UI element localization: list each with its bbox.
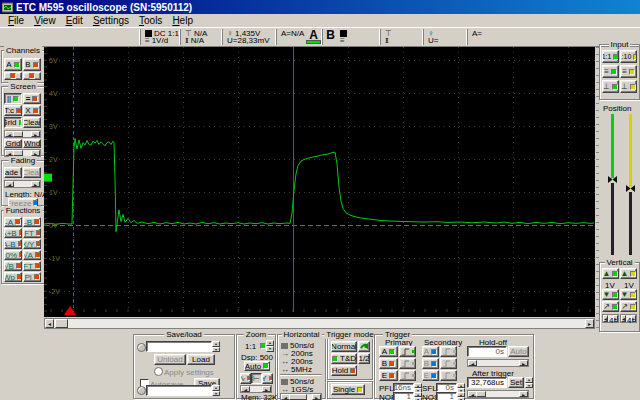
holdoff-field[interactable]: 0s xyxy=(467,346,507,357)
input-a-coupling-button[interactable]: ≡ xyxy=(602,65,619,78)
input-a-1to1-button[interactable]: 1:1 xyxy=(602,50,619,63)
trigger-run-button[interactable] xyxy=(358,341,370,352)
screen-tc-button[interactable]: T:c xyxy=(4,105,22,116)
screen-x-button[interactable]: X xyxy=(23,105,41,116)
nop-spinner[interactable]: ▴▾ xyxy=(414,392,422,400)
menu-file[interactable]: File xyxy=(3,15,29,26)
function-sqrt-a-button[interactable]: √A xyxy=(23,250,41,260)
sfl-field[interactable]: 0s xyxy=(436,383,457,392)
vertical-a-down-button[interactable]: ▼ xyxy=(602,289,619,300)
sfl-spinner[interactable]: ▴▾ xyxy=(457,383,465,392)
input-b-ground-button[interactable]: ⊥ xyxy=(620,80,637,93)
trigger-primary-e-button[interactable]: E xyxy=(379,370,398,381)
vertical-a-autofit-button[interactable]: ↗ xyxy=(602,301,619,312)
function-wp-button[interactable]: Wp xyxy=(4,272,22,282)
trigger-primary-e-edge-button[interactable] xyxy=(399,370,416,381)
vertical-a-up-button[interactable]: ▲ xyxy=(602,268,619,279)
apply-settings-label[interactable]: Apply settings xyxy=(164,368,214,377)
zoom-wave-left-button[interactable]: ∿ xyxy=(240,373,251,384)
zoom-scrollbar[interactable]: ◂▸ xyxy=(240,385,272,393)
data-file-input[interactable] xyxy=(146,385,212,396)
screen-grid-scrollbar[interactable]: ◂▸ xyxy=(4,130,41,138)
fade-button[interactable]: Fade xyxy=(4,167,22,178)
trigger-secondary-e-button[interactable]: E xyxy=(422,370,439,381)
horizontal-scrollbar[interactable]: ◂▸ xyxy=(280,393,322,400)
vertical-a-step-spinner[interactable]: ◂4▸ xyxy=(602,314,619,323)
menu-settings[interactable]: Settings xyxy=(88,15,134,26)
after-trigger-field[interactable]: 32,768us xyxy=(467,377,507,388)
trigger-secondary-e-edge-button[interactable] xyxy=(440,370,457,381)
zoom-wave-right-button[interactable]: Y xyxy=(262,373,273,384)
data-dial-icon[interactable] xyxy=(137,386,146,395)
vertical-b-down-button[interactable]: ▼ xyxy=(620,289,637,300)
settings-file-spinner[interactable]: ▴▾ xyxy=(212,341,220,352)
trigger-secondary-a-edge-button[interactable] xyxy=(440,346,457,357)
vertical-b-step-spinner[interactable]: ◂4▸ xyxy=(620,314,637,323)
fading-scrollbar[interactable]: ◂▸ xyxy=(4,180,41,188)
nos-spinner[interactable]: ▴▾ xyxy=(457,392,465,400)
trigger-primary-a-button[interactable]: A xyxy=(379,346,398,357)
trigger-normal-button[interactable]: Normal xyxy=(331,341,357,352)
pfl-spinner[interactable]: ▴▾ xyxy=(414,383,422,392)
screen-grid-button[interactable]: Grid xyxy=(4,117,22,128)
trigger-primary-a-edge-button[interactable] xyxy=(399,346,416,357)
after-trigger-spinner[interactable]: ▴▾ xyxy=(525,377,533,388)
trigger-hold-button[interactable]: Hold xyxy=(331,365,357,376)
screen-pause-button[interactable]: || xyxy=(4,93,22,104)
nos-field[interactable]: 1 xyxy=(436,392,457,400)
vertical-b-autofit-button[interactable]: ↗ xyxy=(620,301,637,312)
function-ift-button[interactable]: IFT xyxy=(23,228,41,238)
function-a-minus-b-button[interactable]: A-B xyxy=(4,239,22,249)
function-a-plus-b-button[interactable]: A+B xyxy=(4,228,22,238)
plot-scroll-right-arrow[interactable]: ▸ xyxy=(585,319,594,328)
menu-help[interactable]: Help xyxy=(167,15,198,26)
vertical-b-up-button[interactable]: ▲ xyxy=(620,268,637,279)
plot-scrollbar[interactable]: ◂ ▸ xyxy=(44,318,595,329)
function-neg-a-button[interactable]: -A xyxy=(4,217,22,227)
channel-a-option-button[interactable] xyxy=(4,72,22,80)
zoom-wave-center-button[interactable]: ⊢ xyxy=(251,373,262,384)
fade-clear-button[interactable]: Clear xyxy=(23,167,41,178)
waveform-display[interactable]: 5V4V3V2V1V0V-1V-2V xyxy=(44,47,595,317)
trigger-primary-b-button[interactable]: B xyxy=(379,358,398,369)
trigger-primary-b-edge-button[interactable] xyxy=(399,358,416,369)
data-file-spinner[interactable]: ▴▾ xyxy=(212,385,220,396)
after-trigger-scrollbar[interactable]: ◂▸ xyxy=(467,390,529,398)
zoom-ratio-spinner[interactable]: ▴▾ xyxy=(266,340,274,352)
function-ft-button[interactable]: FT xyxy=(23,261,41,271)
function-xy-button[interactable]: X/Y xyxy=(23,239,41,249)
zoom-auto-button[interactable]: Auto xyxy=(244,361,270,371)
input-b-coupling-button[interactable]: ≡ xyxy=(620,65,637,78)
trigger-td-button[interactable]: T&D xyxy=(331,353,357,364)
channel-a-button[interactable]: A xyxy=(4,58,22,71)
screen-clear-button[interactable]: Clear xyxy=(23,117,41,128)
input-b-1to10-button[interactable]: 1:10 xyxy=(620,50,637,63)
input-a-ground-button[interactable]: ⊥ xyxy=(602,80,619,93)
settings-file-input[interactable] xyxy=(146,341,212,352)
trigger-secondary-b-edge-button[interactable] xyxy=(440,358,457,369)
trigger-secondary-a-button[interactable]: A xyxy=(422,346,439,357)
menu-edit[interactable]: Edit xyxy=(61,15,88,26)
trigger-half-button[interactable]: 1/2 xyxy=(358,353,370,364)
function-80pct-button[interactable]: 80% xyxy=(4,250,22,260)
channel-b-option-button[interactable] xyxy=(23,72,41,80)
after-trigger-set-button[interactable]: Set xyxy=(508,377,524,388)
nop-field[interactable]: 1 xyxy=(393,392,414,400)
function-sqrt-b-button[interactable]: √B xyxy=(4,261,22,271)
channel-b-button[interactable]: B xyxy=(23,58,41,71)
screen-lines-button[interactable]: = xyxy=(23,93,41,104)
apply-settings-radio[interactable] xyxy=(154,367,163,376)
menu-view[interactable]: View xyxy=(29,15,61,26)
load-button[interactable]: Load xyxy=(187,354,215,365)
menu-tools[interactable]: Tools xyxy=(134,15,167,26)
screen-window-button[interactable]: Wnd xyxy=(23,139,41,148)
plot-scroll-left-arrow[interactable]: ◂ xyxy=(45,319,54,328)
function-neg-b-button[interactable]: -B xyxy=(23,217,41,227)
function-pi-button[interactable]: Pi xyxy=(23,272,41,282)
holdoff-scrollbar[interactable]: ◂▸ xyxy=(467,359,529,367)
trigger-secondary-b-button[interactable]: B xyxy=(422,358,439,369)
screen-grid-mode-button[interactable]: Grid xyxy=(4,139,22,148)
pfl-field[interactable]: 16ns xyxy=(393,383,414,392)
unload-button[interactable]: Unload xyxy=(154,354,186,365)
plot-scroll-thumb[interactable] xyxy=(55,319,68,328)
